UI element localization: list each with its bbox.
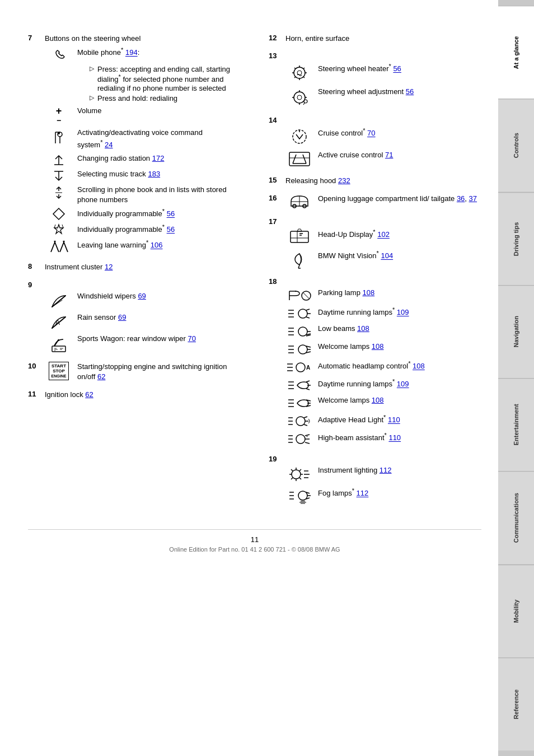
- svg-point-19: [294, 92, 305, 103]
- sw-heater-label: Steering wheel heater* 56: [318, 62, 481, 74]
- phone-bullet-1-text: Press: accepting and ending call, starti…: [97, 65, 235, 92]
- item-7-radio: Changing radio station 172: [45, 153, 235, 167]
- sidebar-tab-entertainment[interactable]: Entertainment: [498, 378, 534, 471]
- welcome-lamps1-label: Welcome lamps 108: [318, 342, 481, 352]
- svg-text:A: A: [306, 365, 310, 371]
- music-label: Selecting music track 183: [77, 169, 235, 179]
- highbeam-assist-icon: *: [285, 431, 313, 447]
- svg-line-87: [304, 424, 307, 426]
- phone-bullet-2: ▷ Press and hold: redialing: [45, 94, 235, 102]
- item-18-welcome1: Welcome lamps 108: [285, 342, 481, 357]
- item-11-title: Ignition lock 62: [45, 390, 235, 400]
- item-18-daytime2: Daytime running lamps* 109: [285, 377, 481, 393]
- svg-line-17: [303, 68, 305, 69]
- auto-headlamp-icon: A: [285, 360, 313, 375]
- sidebar-tab-communications[interactable]: Communications: [498, 471, 534, 564]
- sw-heater-icon: [285, 62, 313, 83]
- item-15-number: 15: [269, 176, 285, 184]
- footer: 11 Online Edition for Part no. 01 41 2 6…: [28, 529, 481, 553]
- item-19-header: 19: [269, 455, 481, 463]
- svg-line-73: [306, 381, 310, 382]
- sidebar-tab-driving-tips[interactable]: Driving tips: [498, 192, 534, 285]
- welcome-lamps2-icon: [285, 395, 313, 411]
- svg-point-91: [296, 435, 305, 444]
- svg-line-94: [305, 442, 310, 444]
- cruise-label: Cruise control* 70: [318, 127, 481, 139]
- item-14-header: 14: [269, 116, 481, 124]
- item-18-low-beams: Low beams 108: [285, 324, 481, 339]
- phone-bullet-1: ▷ Press: accepting and ending call, star…: [45, 65, 235, 92]
- lane-warn-icon: [45, 239, 73, 254]
- item-7-number: 7: [28, 34, 45, 42]
- sw-adjust-icon: [285, 87, 313, 108]
- item-8-number: 8: [28, 262, 45, 270]
- scroll-icon: [45, 185, 73, 200]
- item-9-wipers: Windshield wipers 69: [45, 291, 235, 309]
- item-10-title: Starting/stopping engine and switching i…: [77, 362, 235, 382]
- svg-line-37: [298, 265, 299, 268]
- item-17-hud: Head-Up Display* 102: [285, 228, 481, 246]
- luggage-icon: [285, 194, 313, 209]
- night-vision-icon: [285, 249, 313, 269]
- svg-text:A: A: [55, 319, 60, 326]
- item-19-inst-light: Instrument lighting 112: [285, 465, 481, 483]
- inst-lighting-icon: [285, 465, 313, 483]
- svg-line-103: [291, 478, 293, 479]
- sidebar-tab-at-a-glance[interactable]: At a glance: [498, 6, 534, 99]
- left-column: 7 Buttons on the steering wheel: [28, 34, 246, 512]
- svg-point-60: [298, 345, 307, 354]
- start-stop-icon: START STOP ENGINE: [45, 362, 73, 381]
- active-cruise-icon: [285, 150, 313, 168]
- item-12: 12 Horn, entire surface: [269, 34, 481, 44]
- wipers-label: Windshield wipers 69: [77, 291, 235, 301]
- voice-label: Activating/deactivating voice command sy…: [77, 128, 235, 150]
- item-16: 16 Opening luggage compartment lid/ tail…: [269, 194, 481, 209]
- page-number: 11: [28, 535, 481, 544]
- item-15: 15 Releasing hood 232: [269, 176, 481, 186]
- svg-line-86: [304, 417, 307, 418]
- svg-point-46: [298, 309, 307, 318]
- parking-lamp-label: Parking lamp 108: [318, 288, 481, 298]
- sidebar: At a glance Controls Driving tips Naviga…: [498, 0, 534, 756]
- item-7-phone: Mobile phone* 194:: [45, 46, 235, 63]
- sidebar-tab-navigation[interactable]: Navigation: [498, 285, 534, 378]
- item-7-header: 7 Buttons on the steering wheel: [28, 34, 235, 44]
- item-13-heater: Steering wheel heater* 56: [285, 62, 481, 83]
- item-19-fog: Fog lamps* 112: [285, 487, 481, 505]
- lane-warn-label: Leaving lane warning* 106: [77, 239, 235, 251]
- welcome-lamps2-label: Welcome lamps 108: [318, 395, 481, 405]
- svg-point-84: [296, 417, 305, 426]
- svg-point-4: [58, 132, 60, 134]
- item-15-row: 15 Releasing hood 232: [269, 176, 481, 186]
- item-17-header: 17: [269, 217, 481, 226]
- svg-point-25: [304, 100, 307, 103]
- wiper-icon: [45, 291, 73, 309]
- svg-line-74: [306, 389, 310, 390]
- adaptive-head-light-icon: [285, 413, 313, 429]
- fog-lamps-icon: [285, 487, 313, 505]
- item-10: 10 START STOP ENGINE Starting/stopping e…: [28, 362, 235, 382]
- adaptive-head-light-label: Adaptive Head Light* 110: [318, 413, 481, 426]
- item-13: 13: [269, 52, 481, 108]
- item-10-number: 10: [28, 362, 45, 370]
- item-12-row: 12 Horn, entire surface: [269, 34, 481, 44]
- item-7-title: Buttons on the steering wheel: [45, 34, 235, 44]
- svg-point-20: [297, 95, 302, 100]
- item-14-number: 14: [269, 116, 285, 124]
- sidebar-tab-mobility[interactable]: Mobility: [498, 564, 534, 657]
- svg-point-67: [296, 363, 305, 372]
- low-beams-label: Low beams 108: [318, 324, 481, 334]
- fog-lamps-label: Fog lamps* 112: [318, 487, 481, 499]
- svg-line-49: [306, 317, 310, 318]
- radio-up-icon: [45, 153, 73, 167]
- diamond1-icon: [45, 207, 73, 221]
- sidebar-tab-reference[interactable]: Reference: [498, 657, 534, 750]
- item-8-row: 8 Instrument cluster 12: [28, 262, 235, 272]
- item-15-title: Releasing hood 232: [285, 176, 481, 186]
- item-10-row: 10 START STOP ENGINE Starting/stopping e…: [28, 362, 235, 382]
- item-19: 19: [269, 455, 481, 505]
- item-8: 8 Instrument cluster 12: [28, 262, 235, 272]
- sidebar-tab-controls[interactable]: Controls: [498, 99, 534, 192]
- item-18-auto: A Automatic headlamp control* 108: [285, 360, 481, 375]
- item-7-music: Selecting music track 183: [45, 169, 235, 183]
